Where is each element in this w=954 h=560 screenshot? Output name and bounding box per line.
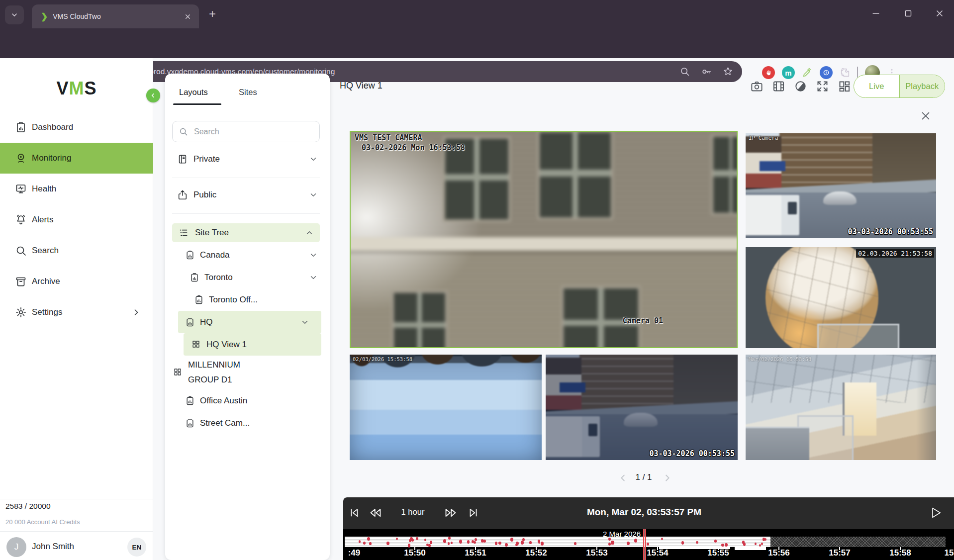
layouts-panel: Layouts Sites Private Public Site Tree (165, 74, 330, 560)
password-key-icon[interactable] (701, 66, 712, 77)
password-manager-extension-icon[interactable] (820, 66, 833, 79)
tab-layouts[interactable]: Layouts (179, 88, 208, 97)
site-tree-header[interactable]: Site Tree (172, 223, 320, 242)
bookmark-star-icon[interactable] (723, 66, 733, 77)
eyedropper-extension-icon[interactable] (802, 67, 813, 78)
contrast-icon[interactable] (794, 80, 807, 93)
language-badge[interactable]: EN (127, 538, 146, 557)
chevron-down-icon[interactable] (300, 318, 309, 327)
timeline-tick-label: :49 (348, 548, 361, 558)
playback-button[interactable]: Playback (900, 75, 945, 97)
motion-event-dot (448, 542, 450, 545)
timeline-strip[interactable]: 2 Mar 2026 :4915:5015:5115:5215:5315:541… (343, 529, 954, 560)
sidebar-item-label: Monitoring (32, 153, 71, 163)
motion-event-dot (448, 537, 451, 540)
new-tab-button[interactable]: + (209, 7, 216, 21)
tree-item-toronto-off[interactable]: Toronto Off... (165, 288, 330, 311)
play-icon[interactable] (929, 506, 943, 520)
motion-event-dot (408, 544, 411, 547)
motion-event-dot (634, 539, 637, 543)
sidebar-item-search[interactable]: Search (0, 235, 153, 266)
tree-item-millennium-group-d1[interactable]: MILLENNIUM GROUP D1 (165, 356, 330, 389)
ai-credits-value: 2583 / 20000 (5, 502, 51, 511)
camera-tile-bottom-left[interactable]: 02/03/2026 15:53:58 (350, 355, 542, 460)
page-prev-icon[interactable] (618, 472, 629, 483)
site-tree-icon (179, 228, 189, 238)
chevron-down-icon[interactable] (309, 190, 318, 199)
skip-to-end-icon[interactable] (468, 507, 478, 518)
camera-name-overlay: IP Camera (749, 135, 778, 141)
user-name[interactable]: John Smith (32, 542, 74, 552)
motion-event-dot (359, 540, 361, 543)
sidebar-item-health[interactable]: Health (0, 174, 153, 204)
chevron-down-icon[interactable] (309, 251, 318, 260)
search-in-page-icon[interactable] (679, 66, 690, 77)
skip-to-start-icon[interactable] (349, 507, 360, 518)
camera-timestamp-overlay: 03-03-2026 00:53:55 (649, 449, 735, 458)
chevron-up-icon[interactable] (305, 228, 314, 237)
extensions-puzzle-icon[interactable] (840, 67, 851, 78)
tree-item-office-austin[interactable]: Office Austin (165, 389, 330, 412)
close-view-icon[interactable] (918, 108, 933, 123)
chevron-down-icon[interactable] (309, 155, 318, 164)
rewind-icon[interactable] (369, 507, 382, 518)
sidebar-item-dashboard[interactable]: Dashboard (0, 112, 153, 143)
layout-grid-icon[interactable] (838, 80, 851, 93)
sidebar-item-label: Health (32, 184, 56, 194)
motion-event-dot (611, 541, 614, 545)
live-button[interactable]: Live (854, 75, 899, 97)
tab-close-icon[interactable] (183, 11, 193, 22)
motion-event-dot (755, 543, 757, 546)
sidebar-item-archive[interactable]: Archive (0, 266, 153, 297)
timeline-recording-band[interactable] (345, 537, 770, 547)
site-tree-label: Site Tree (195, 228, 229, 238)
section-public[interactable]: Public (165, 184, 330, 206)
window-close-button[interactable] (934, 8, 945, 19)
chevron-down-icon[interactable] (309, 273, 318, 282)
camera-tile-mid-right[interactable]: 02.03.2026 21:53:58 (746, 247, 936, 348)
motion-event-dot (661, 538, 663, 540)
panel-search[interactable] (172, 121, 320, 142)
motion-event-dot (367, 537, 370, 541)
tree-item-label: Office Austin (200, 396, 247, 406)
tree-item-toronto[interactable]: Toronto (165, 266, 330, 288)
sidebar-item-settings[interactable]: Settings (0, 297, 153, 328)
page-next-icon[interactable] (662, 472, 672, 483)
camera-tile-bottom-right[interactable]: Mar/02/2026 15:53:58 (746, 355, 936, 460)
m-extension-icon[interactable]: m (782, 66, 795, 79)
search-input[interactable] (193, 127, 304, 137)
logo-v: V (56, 78, 69, 98)
window-minimize-button[interactable] (870, 8, 881, 19)
section-private[interactable]: Private (165, 148, 330, 170)
motion-event-dot (608, 543, 611, 546)
tree-item-hq-view-1[interactable]: HQ View 1 (184, 333, 321, 356)
tree-item-label: MILLENNIUM GROUP D1 (188, 358, 263, 387)
tree-item-hq[interactable]: HQ (178, 311, 321, 333)
fast-forward-icon[interactable] (444, 507, 457, 518)
tree-item-street-cam[interactable]: Street Cam... (165, 412, 330, 434)
sidebar-item-label: Search (32, 246, 59, 256)
tab-search-button[interactable] (5, 5, 24, 24)
window-maximize-button[interactable] (903, 8, 914, 19)
camera-tile-bottom-mid[interactable]: 03-03-2026 00:53:55 (546, 355, 738, 460)
snapshot-camera-icon[interactable] (750, 80, 763, 93)
sidebar-item-monitoring[interactable]: Monitoring (0, 143, 153, 174)
film-strip-icon[interactable] (772, 80, 785, 93)
browser-tab[interactable]: ❯ VMS CloudTwo (32, 4, 199, 28)
motion-event-dot (369, 542, 372, 545)
tree-item-label: HQ (200, 317, 213, 327)
tree-item-canada[interactable]: Canada (165, 244, 330, 266)
motion-event-dot (443, 539, 446, 543)
sidebar-item-alerts[interactable]: Alerts (0, 204, 153, 235)
adblock-hand-icon[interactable] (762, 66, 775, 79)
camera-tile-main[interactable]: VMS TEST CAMERA 03-02-2026 Mon 16:53:58 … (350, 131, 738, 348)
camera-timestamp-overlay: 02/03/2026 15:53:58 (353, 356, 412, 362)
motion-event-dot (396, 538, 398, 540)
user-avatar[interactable]: J (6, 537, 26, 557)
tab-sites[interactable]: Sites (239, 88, 257, 97)
timeline-range-label[interactable]: 1 hour (393, 507, 433, 517)
fullscreen-icon[interactable] (816, 80, 829, 93)
sidebar-collapse-button[interactable] (146, 89, 160, 102)
timeline-playhead[interactable] (643, 529, 646, 560)
camera-tile-top-right[interactable]: IP Camera 03-03-2026 00:53:55 (746, 133, 936, 238)
